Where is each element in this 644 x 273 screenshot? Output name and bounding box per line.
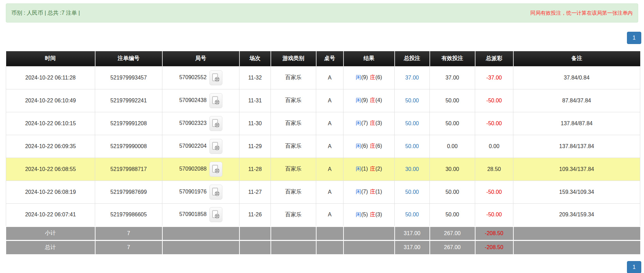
- table-row: 2024-10-22 06:08:55521979988717570902088…: [6, 158, 640, 181]
- cell-table-no: A: [316, 158, 343, 181]
- banker-score: (2): [376, 166, 382, 172]
- total-bet-link[interactable]: 50.00: [405, 98, 419, 103]
- cell-remark: 159.34/109.34: [513, 181, 640, 203]
- cell-session: 11-26: [239, 203, 271, 226]
- subtotal-row-label: 小计: [6, 226, 95, 240]
- player-label: 闲: [356, 143, 361, 149]
- cell-valid-bet: 37.00: [430, 66, 475, 89]
- payout-value: -50.00: [486, 189, 502, 195]
- subtotal-row-payout: -208.50: [475, 226, 513, 240]
- banker-label: 庄: [370, 74, 376, 80]
- cell-payout: -50.00: [475, 112, 513, 135]
- total-row-payout-value: -208.50: [485, 244, 503, 250]
- player-score: (7): [361, 189, 368, 195]
- cell-session: 11-29: [239, 135, 271, 158]
- page-button-1-bottom[interactable]: 1: [627, 261, 641, 273]
- banker-score: (1): [376, 189, 382, 195]
- subtotal-row-remark: [513, 226, 640, 240]
- video-icon[interactable]: [209, 207, 222, 222]
- cell-table-no: A: [316, 135, 343, 158]
- cell-round-id: 570901858: [162, 203, 239, 226]
- cell-bet-id: 521979988717: [95, 158, 162, 181]
- total-row-remark: [513, 240, 640, 254]
- payout-value: -50.00: [486, 120, 502, 126]
- player-label: 闲: [356, 166, 361, 172]
- column-header-5: 游戏类别: [271, 51, 316, 66]
- subtotal-row: 小计7317.00267.00-208.50: [6, 226, 640, 240]
- total-bet-link[interactable]: 50.00: [405, 189, 419, 195]
- cell-result: 闲(9)庄(6): [343, 66, 395, 89]
- total-row: 总计7317.00267.00-208.50: [6, 240, 640, 254]
- cell-bet-id: 521979993457: [95, 66, 162, 89]
- banker-label: 庄: [370, 166, 376, 172]
- banker-score: (4): [376, 97, 382, 103]
- cell-time: 2024-10-22 06:11:28: [6, 66, 95, 89]
- cell-table-no: A: [316, 112, 343, 135]
- cell-round-id: 570901976: [162, 181, 239, 203]
- total-bet-link[interactable]: 50.00: [405, 212, 419, 217]
- table-row: 2024-10-22 06:07:41521979986605570901858…: [6, 203, 640, 226]
- column-header-3: 局号: [162, 51, 239, 66]
- total-bet-link[interactable]: 50.00: [405, 143, 419, 149]
- cell-total-bet: 50.00: [395, 135, 430, 158]
- payout-value: 0.00: [489, 143, 499, 149]
- banker-score: (3): [376, 120, 382, 126]
- total-bet-link[interactable]: 50.00: [405, 120, 419, 126]
- video-icon[interactable]: [209, 93, 222, 108]
- cell-time: 2024-10-22 06:09:35: [6, 135, 95, 158]
- cell-time: 2024-10-22 06:08:19: [6, 181, 95, 203]
- round-number: 570902323: [179, 120, 206, 126]
- total-bet-link[interactable]: 30.00: [405, 166, 419, 172]
- subtotal-row-empty: [271, 226, 316, 240]
- cell-total-bet: 37.00: [395, 66, 430, 89]
- column-header-9: 有效投注: [430, 51, 475, 66]
- cell-session: 11-28: [239, 158, 271, 181]
- player-label: 闲: [356, 74, 361, 80]
- video-icon[interactable]: [209, 139, 222, 154]
- total-row-label: 总计: [6, 240, 95, 254]
- round-number: 570901858: [179, 211, 206, 217]
- cell-bet-id: 521979986605: [95, 203, 162, 226]
- page-button-1[interactable]: 1: [627, 32, 641, 44]
- total-bet-link[interactable]: 37.00: [405, 75, 419, 81]
- video-icon[interactable]: [209, 185, 222, 200]
- pagination-top: 1: [6, 32, 641, 44]
- cell-table-no: A: [316, 203, 343, 226]
- total-row-empty: [343, 240, 395, 254]
- cell-remark: 137.84/87.84: [513, 112, 640, 135]
- cell-total-bet: 30.00: [395, 158, 430, 181]
- round-number: 570902552: [179, 74, 206, 80]
- banker-label: 庄: [370, 212, 376, 217]
- column-header-10: 总派彩: [475, 51, 513, 66]
- summary-bar: 币别 : 人民币 | 总共 :7 注单 | 同局有效投注，统一计算在该局第一张注…: [6, 3, 638, 23]
- cell-round-id: 570902088: [162, 158, 239, 181]
- video-icon[interactable]: [209, 162, 222, 177]
- table-row: 2024-10-22 06:10:49521979992241570902438…: [6, 89, 640, 112]
- payout-value: -50.00: [486, 98, 502, 103]
- bet-records-table: 时间注单编号局号场次游戏类别桌号结果总投注有效投注总派彩备注 2024-10-2…: [6, 51, 640, 254]
- cell-game-type: 百家乐: [271, 181, 316, 203]
- column-header-7: 结果: [343, 51, 395, 66]
- cell-session: 11-31: [239, 89, 271, 112]
- cell-payout: 0.00: [475, 135, 513, 158]
- cell-bet-id: 521979987699: [95, 181, 162, 203]
- cell-valid-bet: 50.00: [430, 89, 475, 112]
- cell-game-type: 百家乐: [271, 89, 316, 112]
- cell-remark: 109.34/137.84: [513, 158, 640, 181]
- player-score: (9): [361, 74, 368, 80]
- cell-remark: 87.84/37.84: [513, 89, 640, 112]
- player-score: (6): [361, 143, 368, 149]
- cell-payout: 28.50: [475, 158, 513, 181]
- total-row-valid-bet: 267.00: [430, 240, 475, 254]
- video-icon[interactable]: [209, 116, 222, 131]
- video-icon[interactable]: [209, 70, 222, 85]
- table-row: 2024-10-22 06:10:15521979991208570902323…: [6, 112, 640, 135]
- total-row-empty: [239, 240, 271, 254]
- cell-result: 闲(9)庄(4): [343, 89, 395, 112]
- cell-valid-bet: 50.00: [430, 112, 475, 135]
- column-header-8: 总投注: [395, 51, 430, 66]
- cell-table-no: A: [316, 89, 343, 112]
- subtotal-row-empty: [239, 226, 271, 240]
- subtotal-row-valid-bet: 267.00: [430, 226, 475, 240]
- cell-table-no: A: [316, 181, 343, 203]
